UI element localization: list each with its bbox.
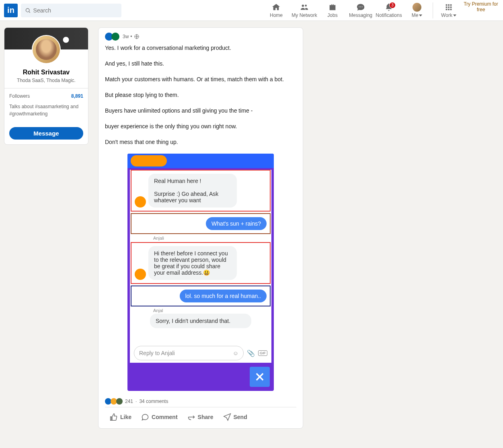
- people-icon: [300, 3, 309, 12]
- reaction-icon: [111, 33, 119, 41]
- premium-link[interactable]: Try Premium for free: [463, 1, 499, 20]
- comment-button[interactable]: Comment: [136, 409, 183, 425]
- post-meta: 3w •: [105, 33, 296, 41]
- nav-notifications[interactable]: 3 Notifications: [375, 1, 403, 20]
- profile-tagline: Thoda SaaS, Thoda Magic.: [4, 78, 88, 83]
- chevron-down-icon: [453, 14, 456, 16]
- nav-me[interactable]: Me: [403, 1, 431, 20]
- profile-card: Rohit Srivastav Thoda SaaS, Thoda Magic.…: [4, 27, 88, 145]
- profile-avatar[interactable]: [32, 35, 61, 64]
- linkedin-logo[interactable]: in: [4, 4, 18, 17]
- grid-icon: [444, 3, 453, 12]
- profile-name[interactable]: Rohit Srivastav: [4, 69, 88, 76]
- post-actions: Like Comment Share Send: [105, 407, 296, 427]
- nav-separator: [433, 2, 433, 18]
- briefcase-icon: [328, 3, 337, 12]
- notification-badge: 3: [389, 2, 396, 8]
- post-body: Yes. I work for a conversational marketi…: [105, 44, 296, 146]
- globe-icon: [134, 34, 140, 39]
- thumbs-up-icon: [110, 413, 118, 421]
- send-icon: [223, 413, 231, 421]
- post-card: 3w • Yes. I work for a conversational ma…: [98, 27, 303, 429]
- search-input[interactable]: [33, 7, 117, 14]
- nav-messaging[interactable]: Messaging: [347, 1, 375, 20]
- global-header: in Home My Network Jobs Messaging 3 Noti…: [0, 0, 503, 21]
- share-icon: [187, 413, 195, 421]
- post-image[interactable]: Real Human here ! Surprise :) Go ahead, …: [127, 154, 274, 391]
- engagement-bar[interactable]: 241 · 34 comments: [105, 396, 296, 407]
- message-button[interactable]: Message: [9, 127, 83, 140]
- nav-jobs[interactable]: Jobs: [318, 1, 347, 20]
- like-button[interactable]: Like: [105, 409, 136, 425]
- search-box[interactable]: [21, 4, 121, 17]
- me-avatar: [413, 3, 421, 12]
- home-icon: [272, 3, 281, 12]
- nav-home[interactable]: Home: [262, 1, 290, 20]
- support-reaction-icon: [116, 398, 123, 405]
- chat-icon: [356, 3, 365, 12]
- nav-network[interactable]: My Network: [290, 1, 318, 20]
- nav-work[interactable]: Work: [435, 1, 463, 20]
- talks-about: Talks about #saasmarketing and #growthma…: [9, 103, 83, 117]
- chevron-down-icon: [419, 14, 422, 16]
- comment-icon: [141, 413, 149, 421]
- share-button[interactable]: Share: [183, 409, 218, 425]
- followers-stat[interactable]: Followers 8,891: [9, 93, 83, 99]
- send-button[interactable]: Send: [218, 409, 252, 425]
- search-icon: [25, 7, 31, 14]
